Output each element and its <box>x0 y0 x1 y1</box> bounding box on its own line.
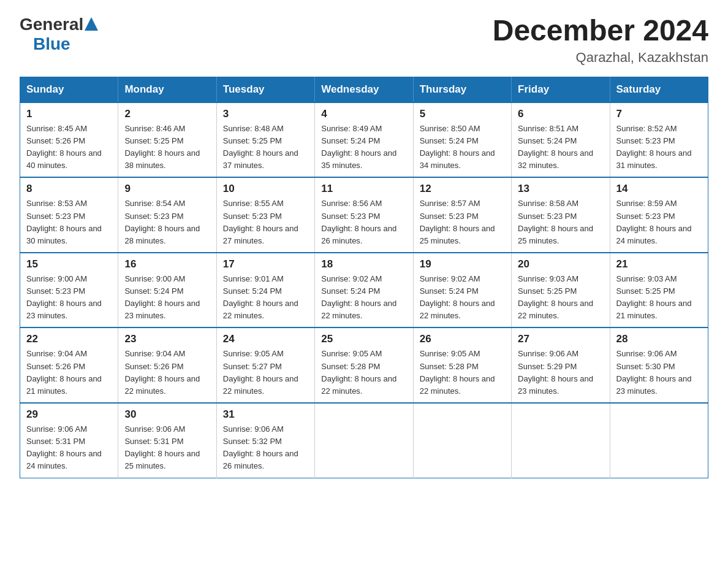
day-info: Sunrise: 8:59 AMSunset: 5:23 PMDaylight:… <box>616 197 702 247</box>
day-number: 4 <box>321 108 406 120</box>
logo-blue-text: Blue <box>33 34 70 54</box>
header-row: Sunday Monday Tuesday Wednesday Thursday… <box>20 77 708 102</box>
day-info: Sunrise: 8:45 AMSunset: 5:26 PMDaylight:… <box>26 123 112 172</box>
day-number: 12 <box>420 183 505 195</box>
page-header: General Blue December 2024 Qarazhal, Kaz… <box>20 15 708 66</box>
calendar-cell: 10Sunrise: 8:55 AMSunset: 5:23 PMDayligh… <box>216 177 314 253</box>
day-info: Sunrise: 8:49 AMSunset: 5:24 PMDaylight:… <box>321 123 406 172</box>
logo: General Blue <box>20 15 98 54</box>
header-tuesday: Tuesday <box>216 77 314 102</box>
day-info: Sunrise: 8:52 AMSunset: 5:23 PMDaylight:… <box>616 123 702 172</box>
day-info: Sunrise: 8:56 AMSunset: 5:23 PMDaylight:… <box>321 197 406 247</box>
calendar-cell: 8Sunrise: 8:53 AMSunset: 5:23 PMDaylight… <box>20 177 118 253</box>
day-number: 27 <box>518 333 603 345</box>
calendar-cell: 3Sunrise: 8:48 AMSunset: 5:25 PMDaylight… <box>216 102 314 178</box>
calendar-cell <box>512 403 610 478</box>
calendar-cell: 23Sunrise: 9:04 AMSunset: 5:26 PMDayligh… <box>118 327 216 403</box>
day-info: Sunrise: 9:02 AMSunset: 5:24 PMDaylight:… <box>420 273 505 323</box>
day-info: Sunrise: 9:02 AMSunset: 5:24 PMDaylight:… <box>321 273 406 323</box>
calendar-cell: 27Sunrise: 9:06 AMSunset: 5:29 PMDayligh… <box>512 327 610 403</box>
day-info: Sunrise: 9:01 AMSunset: 5:24 PMDaylight:… <box>223 273 308 323</box>
day-number: 7 <box>616 108 702 120</box>
day-number: 31 <box>223 408 308 421</box>
calendar-cell: 25Sunrise: 9:05 AMSunset: 5:28 PMDayligh… <box>315 327 413 403</box>
page-title: December 2024 <box>493 15 708 47</box>
calendar-cell: 19Sunrise: 9:02 AMSunset: 5:24 PMDayligh… <box>413 253 511 328</box>
calendar-cell: 1Sunrise: 8:45 AMSunset: 5:26 PMDaylight… <box>20 102 118 178</box>
logo-general-text: General <box>20 15 83 34</box>
calendar-cell: 12Sunrise: 8:57 AMSunset: 5:23 PMDayligh… <box>413 177 511 253</box>
day-number: 24 <box>223 333 308 345</box>
day-info: Sunrise: 8:55 AMSunset: 5:23 PMDaylight:… <box>223 197 308 247</box>
day-number: 8 <box>26 183 112 195</box>
day-number: 5 <box>420 108 505 120</box>
day-info: Sunrise: 9:05 AMSunset: 5:27 PMDaylight:… <box>223 348 308 397</box>
calendar-cell: 21Sunrise: 9:03 AMSunset: 5:25 PMDayligh… <box>610 253 708 328</box>
day-number: 21 <box>616 258 702 270</box>
calendar-header: Sunday Monday Tuesday Wednesday Thursday… <box>20 77 708 102</box>
day-info: Sunrise: 8:53 AMSunset: 5:23 PMDaylight:… <box>26 197 112 247</box>
day-info: Sunrise: 8:51 AMSunset: 5:24 PMDaylight:… <box>518 123 603 172</box>
calendar-cell: 16Sunrise: 9:00 AMSunset: 5:24 PMDayligh… <box>118 253 216 328</box>
day-number: 18 <box>321 258 406 270</box>
calendar-cell <box>610 403 708 478</box>
calendar-week-row: 29Sunrise: 9:06 AMSunset: 5:31 PMDayligh… <box>20 403 708 478</box>
day-info: Sunrise: 9:03 AMSunset: 5:25 PMDaylight:… <box>616 273 702 323</box>
calendar-cell <box>413 403 511 478</box>
day-number: 22 <box>26 333 112 345</box>
day-number: 16 <box>124 258 210 270</box>
calendar-week-row: 1Sunrise: 8:45 AMSunset: 5:26 PMDaylight… <box>20 102 708 178</box>
day-number: 9 <box>124 183 210 195</box>
calendar-cell: 13Sunrise: 8:58 AMSunset: 5:23 PMDayligh… <box>512 177 610 253</box>
calendar-cell: 2Sunrise: 8:46 AMSunset: 5:25 PMDaylight… <box>118 102 216 178</box>
calendar-body: 1Sunrise: 8:45 AMSunset: 5:26 PMDaylight… <box>20 102 708 478</box>
svg-marker-0 <box>85 17 98 31</box>
day-number: 11 <box>321 183 406 195</box>
day-info: Sunrise: 8:57 AMSunset: 5:23 PMDaylight:… <box>420 197 505 247</box>
calendar-cell: 15Sunrise: 9:00 AMSunset: 5:23 PMDayligh… <box>20 253 118 328</box>
day-number: 15 <box>26 258 112 270</box>
calendar-cell: 22Sunrise: 9:04 AMSunset: 5:26 PMDayligh… <box>20 327 118 403</box>
calendar-cell: 7Sunrise: 8:52 AMSunset: 5:23 PMDaylight… <box>610 102 708 178</box>
day-info: Sunrise: 9:00 AMSunset: 5:24 PMDaylight:… <box>124 273 210 323</box>
logo-triangle-icon <box>85 17 98 31</box>
calendar-cell: 17Sunrise: 9:01 AMSunset: 5:24 PMDayligh… <box>216 253 314 328</box>
day-number: 10 <box>223 183 308 195</box>
calendar-cell: 31Sunrise: 9:06 AMSunset: 5:32 PMDayligh… <box>216 403 314 478</box>
day-info: Sunrise: 8:54 AMSunset: 5:23 PMDaylight:… <box>124 197 210 247</box>
day-number: 3 <box>223 108 308 120</box>
calendar-table: Sunday Monday Tuesday Wednesday Thursday… <box>20 77 708 478</box>
calendar-week-row: 8Sunrise: 8:53 AMSunset: 5:23 PMDaylight… <box>20 177 708 253</box>
day-number: 6 <box>518 108 603 120</box>
day-number: 19 <box>420 258 505 270</box>
header-sunday: Sunday <box>20 77 118 102</box>
header-monday: Monday <box>118 77 216 102</box>
title-area: December 2024 Qarazhal, Kazakhstan <box>493 15 708 66</box>
calendar-cell: 24Sunrise: 9:05 AMSunset: 5:27 PMDayligh… <box>216 327 314 403</box>
header-saturday: Saturday <box>610 77 708 102</box>
calendar-cell: 14Sunrise: 8:59 AMSunset: 5:23 PMDayligh… <box>610 177 708 253</box>
day-info: Sunrise: 9:06 AMSunset: 5:29 PMDaylight:… <box>518 348 603 397</box>
day-number: 17 <box>223 258 308 270</box>
day-number: 14 <box>616 183 702 195</box>
day-info: Sunrise: 9:06 AMSunset: 5:31 PMDaylight:… <box>124 423 210 473</box>
day-info: Sunrise: 9:06 AMSunset: 5:32 PMDaylight:… <box>223 423 308 473</box>
calendar-cell: 30Sunrise: 9:06 AMSunset: 5:31 PMDayligh… <box>118 403 216 478</box>
calendar-cell: 18Sunrise: 9:02 AMSunset: 5:24 PMDayligh… <box>315 253 413 328</box>
day-info: Sunrise: 8:50 AMSunset: 5:24 PMDaylight:… <box>420 123 505 172</box>
day-info: Sunrise: 9:03 AMSunset: 5:25 PMDaylight:… <box>518 273 603 323</box>
day-number: 2 <box>124 108 210 120</box>
header-friday: Friday <box>512 77 610 102</box>
day-number: 29 <box>26 408 112 421</box>
day-info: Sunrise: 9:06 AMSunset: 5:30 PMDaylight:… <box>616 348 702 397</box>
calendar-cell: 28Sunrise: 9:06 AMSunset: 5:30 PMDayligh… <box>610 327 708 403</box>
calendar-cell: 11Sunrise: 8:56 AMSunset: 5:23 PMDayligh… <box>315 177 413 253</box>
day-number: 30 <box>124 408 210 421</box>
day-number: 1 <box>26 108 112 120</box>
day-info: Sunrise: 9:05 AMSunset: 5:28 PMDaylight:… <box>420 348 505 397</box>
day-number: 13 <box>518 183 603 195</box>
day-number: 28 <box>616 333 702 345</box>
day-info: Sunrise: 9:06 AMSunset: 5:31 PMDaylight:… <box>26 423 112 473</box>
calendar-cell: 20Sunrise: 9:03 AMSunset: 5:25 PMDayligh… <box>512 253 610 328</box>
day-info: Sunrise: 8:48 AMSunset: 5:25 PMDaylight:… <box>223 123 308 172</box>
